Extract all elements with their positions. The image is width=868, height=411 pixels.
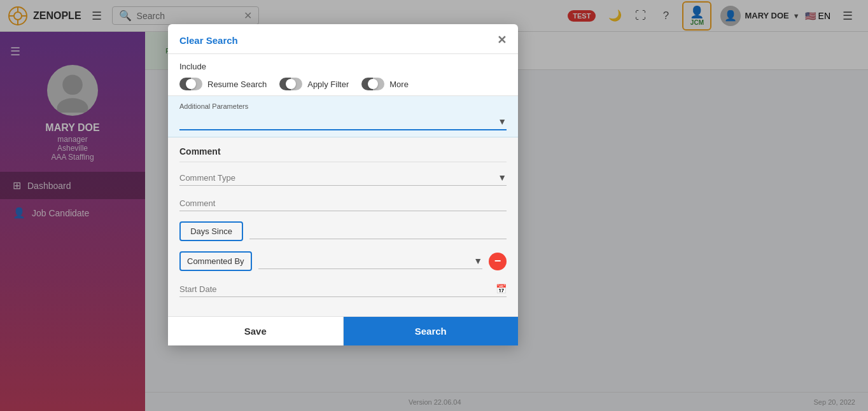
include-section: Include Resume Search Apply Filter More: [168, 54, 518, 96]
search-button[interactable]: Search: [344, 317, 519, 345]
commented-by-arrow-icon: ▼: [473, 256, 482, 266]
dialog-footer: Save Search: [168, 316, 518, 345]
comment-input[interactable]: [179, 196, 507, 211]
more-switch[interactable]: [361, 78, 384, 90]
apply-filter-knob: [286, 79, 296, 89]
commented-by-row: Commented By ▼ −: [179, 251, 507, 271]
additional-params-label: Additional Parameters: [179, 102, 507, 110]
apply-filter-toggle[interactable]: Apply Filter: [279, 78, 349, 90]
dialog-header: Clear Search ✕: [168, 24, 518, 54]
commented-by-label-box: Commented By: [179, 251, 252, 271]
search-dialog: Clear Search ✕ Include Resume Search App…: [168, 24, 518, 345]
dialog-title: Clear Search: [179, 35, 238, 46]
days-since-label: Days Since: [190, 226, 232, 236]
resume-search-label: Resume Search: [207, 80, 267, 89]
more-knob: [368, 79, 378, 89]
start-date-field: 📅: [179, 281, 507, 297]
include-label: Include: [179, 62, 507, 71]
comment-type-input[interactable]: [179, 173, 498, 183]
include-toggles: Resume Search Apply Filter More: [179, 78, 507, 90]
comment-type-arrow-icon: ▼: [498, 172, 507, 183]
minus-icon: −: [494, 254, 501, 268]
dialog-close-icon[interactable]: ✕: [497, 33, 507, 47]
start-date-input[interactable]: [179, 284, 496, 294]
commented-by-select-row: ▼: [258, 253, 482, 269]
remove-commented-by-button[interactable]: −: [489, 253, 507, 270]
comment-field: [179, 196, 507, 211]
comment-type-select-row: ▼: [179, 170, 507, 186]
calendar-icon: 📅: [496, 284, 507, 294]
more-toggle[interactable]: More: [361, 78, 409, 90]
resume-search-knob: [186, 79, 196, 89]
days-since-label-box: Days Since: [179, 221, 243, 241]
more-label: More: [389, 80, 409, 89]
form-section-title: Comment: [179, 146, 507, 162]
additional-params-select[interactable]: ▼: [179, 114, 507, 130]
apply-filter-switch[interactable]: [279, 78, 302, 90]
additional-params-section: Additional Parameters ▼: [168, 96, 518, 137]
additional-params-input[interactable]: [179, 117, 498, 127]
commented-by-input[interactable]: [258, 256, 474, 266]
days-since-row: Days Since: [179, 221, 507, 241]
resume-search-switch[interactable]: [179, 78, 202, 90]
apply-filter-label: Apply Filter: [307, 80, 349, 89]
days-since-input[interactable]: [249, 224, 507, 239]
additional-params-arrow-icon: ▼: [498, 116, 507, 127]
save-button[interactable]: Save: [168, 317, 344, 345]
start-date-row: 📅: [179, 281, 507, 297]
resume-search-toggle[interactable]: Resume Search: [179, 78, 267, 90]
form-body: Comment ▼ Days Since Commented By: [168, 137, 518, 316]
commented-by-label: Commented By: [187, 256, 244, 266]
comment-type-field: ▼: [179, 170, 507, 186]
